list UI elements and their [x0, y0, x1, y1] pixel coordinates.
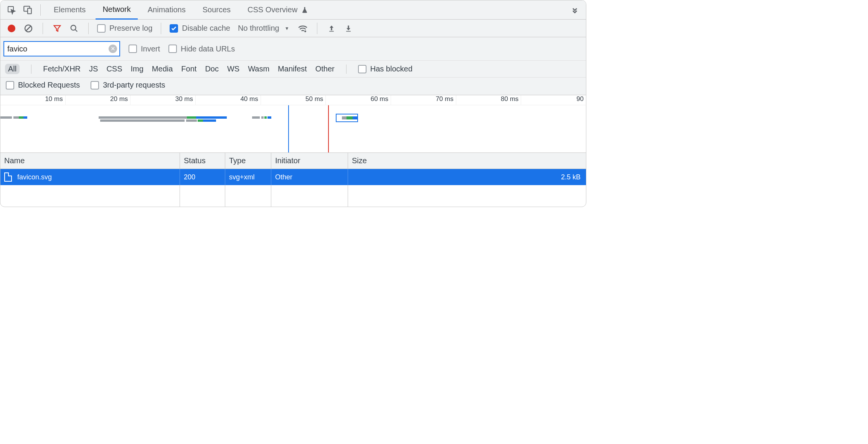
table-row[interactable]: favicon.svg 200 svg+xml Other 2.5 kB: [0, 169, 586, 185]
search-button[interactable]: [68, 23, 80, 34]
svg-point-4: [71, 25, 76, 30]
tick: 50 ms: [261, 95, 326, 105]
cell-type: svg+xml: [225, 169, 271, 185]
type-css[interactable]: CSS: [106, 65, 122, 73]
type-js[interactable]: JS: [89, 65, 98, 73]
checkbox-label: 3rd-party requests: [103, 81, 165, 89]
preserve-log-checkbox[interactable]: Preserve log: [97, 24, 152, 33]
device-toggle-icon[interactable]: [21, 3, 34, 17]
cell-initiator: Other: [271, 169, 348, 185]
tab-label: CSS Overview: [248, 5, 297, 14]
type-fetch-xhr[interactable]: Fetch/XHR: [43, 65, 81, 73]
clear-filter-button[interactable]: ✕: [109, 45, 117, 53]
record-button[interactable]: [6, 23, 17, 34]
throttling-select[interactable]: No throttling ▼: [236, 24, 292, 33]
col-status[interactable]: Status: [180, 153, 225, 169]
checkbox-icon: [168, 45, 177, 53]
tick: 40 ms: [195, 95, 261, 105]
type-manifest[interactable]: Manifest: [278, 65, 307, 73]
timeline-ticks: 10 ms 20 ms 30 ms 40 ms 50 ms 60 ms 70 m…: [0, 95, 586, 105]
third-party-checkbox[interactable]: 3rd-party requests: [91, 81, 165, 89]
separator: [88, 23, 89, 34]
tick: 30 ms: [130, 95, 195, 105]
type-media[interactable]: Media: [152, 65, 173, 73]
checkbox-icon: [129, 45, 137, 53]
svg-rect-7: [346, 31, 351, 31]
type-all[interactable]: All: [5, 64, 20, 74]
filter-toggle-button[interactable]: [51, 23, 63, 34]
cell-text: favicon.svg: [17, 173, 52, 181]
col-initiator[interactable]: Initiator: [271, 153, 348, 169]
checkbox-icon: [6, 81, 14, 89]
download-har-button[interactable]: [343, 23, 354, 34]
chevron-down-icon: ▼: [285, 26, 289, 31]
svg-rect-2: [28, 8, 31, 13]
type-ws[interactable]: WS: [227, 65, 239, 73]
tick: 10 ms: [0, 95, 65, 105]
hide-data-urls-checkbox[interactable]: Hide data URLs: [168, 45, 235, 53]
type-other[interactable]: Other: [315, 65, 335, 73]
type-img[interactable]: Img: [131, 65, 144, 73]
timeline-overview[interactable]: 10 ms 20 ms 30 ms 40 ms 50 ms 60 ms 70 m…: [0, 95, 586, 153]
separator: [31, 65, 31, 74]
requests-table: Name Status Type Initiator Size favicon.…: [0, 153, 586, 207]
tick: 60 ms: [325, 95, 391, 105]
cell-size: 2.5 kB: [348, 169, 586, 185]
extra-filters: Blocked Requests 3rd-party requests: [0, 78, 586, 95]
svg-rect-6: [329, 31, 334, 31]
has-blocked-cookies-checkbox[interactable]: Has blocked: [358, 65, 413, 73]
inspect-element-icon[interactable]: [5, 3, 18, 17]
checkbox-icon: [358, 65, 366, 73]
checkbox-label: Hide data URLs: [181, 45, 235, 53]
separator: [43, 23, 43, 34]
domcontentloaded-marker: [288, 105, 289, 152]
tab-label: Network: [102, 5, 130, 14]
main-tabbar: Elements Network Animations Sources CSS …: [0, 0, 586, 20]
filter-bar: ✕ Invert Hide data URLs: [0, 37, 586, 61]
separator: [40, 4, 41, 16]
devtools-panel: Elements Network Animations Sources CSS …: [0, 0, 586, 207]
cell-status: 200: [180, 169, 225, 185]
blocked-requests-checkbox[interactable]: Blocked Requests: [6, 81, 80, 89]
load-marker: [328, 105, 329, 152]
filter-input-wrapper: ✕: [3, 41, 120, 56]
type-font[interactable]: Font: [181, 65, 196, 73]
table-header: Name Status Type Initiator Size: [0, 153, 586, 169]
checkbox-label: Has blocked: [370, 65, 413, 73]
tick: 20 ms: [65, 95, 130, 105]
checkbox-icon: [170, 24, 178, 33]
disable-cache-checkbox[interactable]: Disable cache: [170, 24, 230, 33]
empty-row: [0, 185, 586, 207]
checkbox-label: Preserve log: [109, 24, 152, 33]
invert-checkbox[interactable]: Invert: [129, 45, 160, 53]
tab-css-overview[interactable]: CSS Overview: [241, 0, 315, 20]
upload-har-button[interactable]: [326, 23, 337, 34]
col-size[interactable]: Size: [348, 153, 586, 169]
tab-network[interactable]: Network: [96, 0, 137, 20]
separator: [346, 65, 347, 74]
col-name[interactable]: Name: [0, 153, 180, 169]
separator: [161, 23, 161, 34]
more-tabs-button[interactable]: [568, 3, 581, 17]
timeline-bars: [0, 116, 586, 124]
type-wasm[interactable]: Wasm: [248, 65, 269, 73]
filter-input[interactable]: [7, 45, 109, 53]
tick: 70 ms: [391, 95, 456, 105]
tab-elements[interactable]: Elements: [47, 0, 92, 20]
checkbox-icon: [97, 24, 106, 33]
overview-selection[interactable]: [336, 114, 358, 122]
tab-label: Elements: [54, 5, 86, 14]
throttling-value: No throttling: [238, 24, 279, 33]
separator: [317, 23, 317, 34]
col-type[interactable]: Type: [225, 153, 271, 169]
clear-button[interactable]: [23, 23, 34, 34]
tab-animations[interactable]: Animations: [141, 0, 193, 20]
file-icon: [4, 172, 12, 182]
network-conditions-button[interactable]: [297, 23, 309, 34]
tab-sources[interactable]: Sources: [196, 0, 238, 20]
checkbox-icon: [91, 81, 99, 89]
tick: 90: [521, 95, 586, 105]
checkbox-label: Blocked Requests: [18, 81, 80, 89]
svg-point-5: [304, 30, 306, 32]
type-doc[interactable]: Doc: [205, 65, 219, 73]
